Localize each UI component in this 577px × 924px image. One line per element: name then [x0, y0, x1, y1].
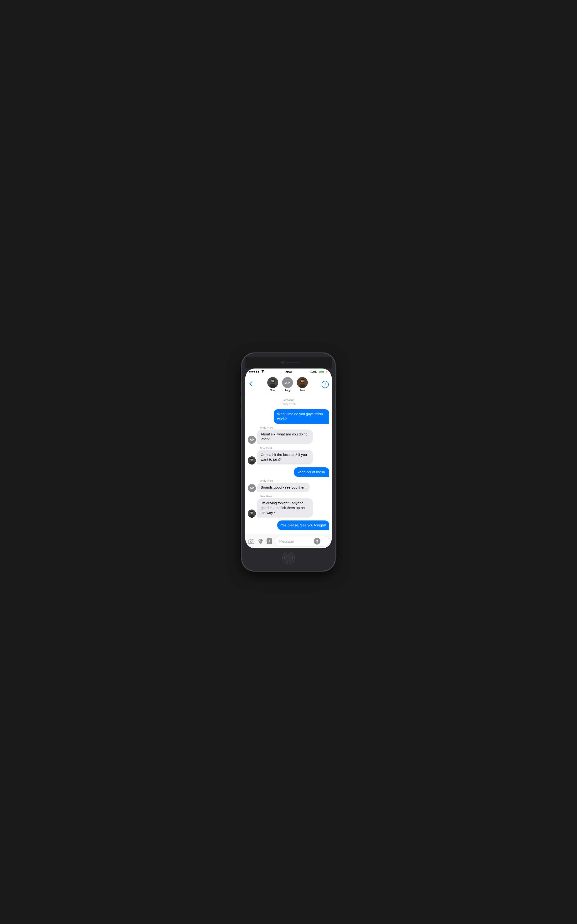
info-button[interactable]: i: [322, 381, 329, 388]
avatar-andy-initials: AP: [285, 381, 290, 385]
camera-sensor: [281, 361, 284, 364]
message-row-2: AP About six, what are you doing later?: [248, 430, 329, 444]
sender-name-sam-1: Sam Pratt: [260, 447, 329, 449]
signal-dot-4: [256, 371, 257, 373]
back-button[interactable]: [248, 381, 253, 388]
phone-top-bar: [245, 357, 332, 369]
camera-button[interactable]: [248, 538, 255, 545]
participant-tom[interactable]: Tom: [297, 377, 308, 391]
signal-dot-3: [253, 371, 255, 373]
avatar-tom: [297, 377, 308, 388]
chat-timestamp: iMessage Today 12:06: [248, 398, 329, 406]
message-row-4: Yeah count me in.: [248, 467, 329, 477]
nav-header: Sam AP Andy: [245, 375, 332, 394]
signal-dot-5: [258, 371, 259, 373]
signal-area: [249, 370, 265, 373]
service-label: iMessage: [248, 398, 329, 402]
screen-content: 09:41 100% ⚡: [245, 369, 332, 548]
signal-dot-2: [251, 371, 253, 373]
battery-tip: [324, 371, 324, 373]
battery-area: 100% ⚡: [310, 370, 328, 373]
info-icon: i: [325, 383, 326, 386]
home-button[interactable]: [282, 552, 295, 564]
participants-list: Sam AP Andy: [253, 377, 322, 391]
avatar-small-andy-2: AP: [248, 484, 256, 492]
svg-rect-9: [301, 379, 305, 380]
wifi-icon: [261, 370, 265, 373]
svg-text:A: A: [268, 539, 271, 543]
message-row-7: Yes please. See you tonight!: [248, 520, 329, 530]
mic-button[interactable]: [314, 538, 321, 544]
bubble-out-7: Yes please. See you tonight!: [277, 520, 329, 530]
input-placeholder: iMessage: [279, 539, 294, 543]
message-row-5: AP Sounds good - see you then!: [248, 483, 329, 492]
phone-screen: 09:41 100% ⚡: [245, 369, 332, 548]
avatar-sam: [267, 377, 278, 388]
time-label: Today 12:06: [248, 402, 329, 406]
signal-dot-1: [249, 371, 251, 373]
message-row-3: Gonna hit the local at 8 if you want to …: [248, 450, 329, 465]
sender-name-andy-1: Andy Price: [260, 426, 329, 429]
participant-andy[interactable]: AP Andy: [282, 377, 293, 391]
message-input[interactable]: iMessage: [275, 536, 329, 546]
svg-rect-4: [272, 380, 275, 380]
participant-sam[interactable]: Sam: [267, 377, 278, 391]
battery-icon: [318, 371, 324, 373]
battery-fill: [319, 371, 323, 373]
message-row-1: What time do you guys finish work?: [248, 409, 329, 424]
home-button-inner: [284, 554, 293, 562]
input-icons: A: [248, 538, 273, 545]
status-time: 09:41: [284, 370, 292, 374]
bubble-in-6: I'm driving tonight - anyone need me to …: [257, 498, 313, 518]
svg-rect-23: [317, 539, 318, 542]
svg-point-20: [253, 540, 253, 541]
bubble-in-2: About six, what are you doing later?: [257, 430, 313, 444]
lightning-icon: ⚡: [325, 371, 328, 373]
sender-name-sam-2: Sam Pratt: [260, 495, 329, 498]
chat-area: iMessage Today 12:06 What time do you gu…: [245, 394, 332, 534]
participant-andy-label: Andy: [284, 389, 290, 391]
phone-frame: 09:41 100% ⚡: [242, 353, 335, 571]
svg-rect-18: [248, 540, 254, 544]
bubble-out-1: What time do you guys finish work?: [274, 409, 329, 424]
status-bar: 09:41 100% ⚡: [245, 369, 332, 375]
input-bar: A iMessage: [245, 534, 332, 548]
avatar-small-andy-1: AP: [248, 436, 256, 444]
svg-point-19: [250, 541, 252, 542]
speaker-grille: [286, 362, 300, 363]
avatar-andy: AP: [282, 377, 293, 388]
message-row-6: I'm driving tonight - anyone need me to …: [248, 498, 329, 518]
participant-sam-label: Sam: [270, 389, 276, 391]
sender-name-andy-2: Andy Price: [260, 479, 329, 482]
bubble-in-3: Gonna hit the local at 8 if you want to …: [257, 450, 313, 465]
bubble-in-5: Sounds good - see you then!: [257, 483, 310, 492]
avatar-small-sam-2: [248, 510, 256, 518]
avatar-small-sam-1: [248, 456, 256, 465]
svg-rect-12: [250, 458, 253, 459]
battery-body: [318, 371, 323, 373]
heartbeat-button[interactable]: [257, 538, 264, 545]
svg-rect-16: [250, 511, 253, 512]
appstore-button[interactable]: A: [266, 538, 273, 545]
battery-percent: 100%: [310, 370, 317, 373]
participant-tom-label: Tom: [300, 389, 305, 391]
bubble-out-4: Yeah count me in.: [294, 467, 329, 477]
